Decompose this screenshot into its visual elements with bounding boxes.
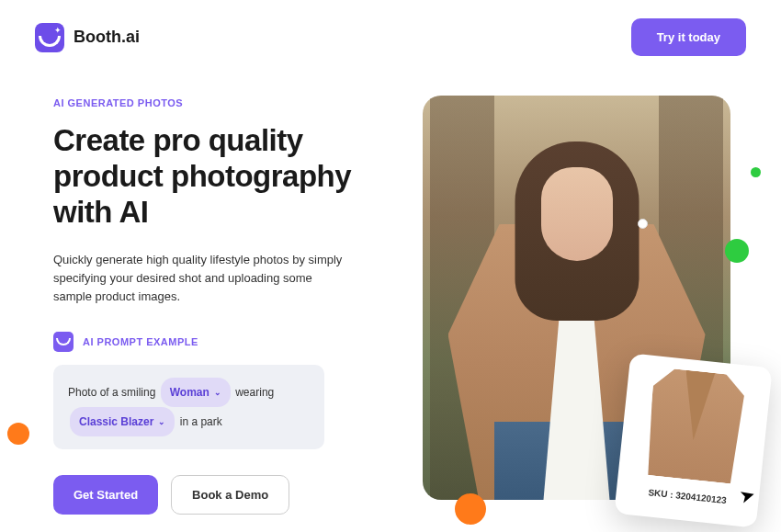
prompt-chip-woman[interactable]: Woman⌄ xyxy=(161,378,231,407)
prompt-example-label: AI PROMPT EXAMPLE xyxy=(53,332,375,352)
prompt-chip-blazer[interactable]: Classic Blazer⌄ xyxy=(70,407,175,436)
prompt-text-3: in a park xyxy=(180,415,222,428)
chevron-down-icon: ⌄ xyxy=(158,413,165,430)
prompt-icon xyxy=(53,332,74,352)
product-thumbnail xyxy=(628,366,760,492)
prompt-box: Photo of a smiling Woman⌄ wearing Classi… xyxy=(53,365,324,449)
decorative-dot xyxy=(751,167,761,177)
prompt-text-2: wearing xyxy=(235,386,274,399)
prompt-text-1: Photo of a smiling xyxy=(68,386,155,399)
subheadline: Quickly generate high quality lifestyle … xyxy=(53,251,347,306)
logo-icon: ✦ xyxy=(35,23,64,52)
decorative-dot xyxy=(7,423,29,445)
decorative-dot xyxy=(725,239,749,263)
logo[interactable]: ✦ Booth.ai xyxy=(35,23,140,52)
book-demo-button[interactable]: Book a Demo xyxy=(171,475,289,515)
try-today-button[interactable]: Try it today xyxy=(631,18,746,56)
prompt-label-text: AI PROMPT EXAMPLE xyxy=(83,336,198,347)
eyebrow: AI GENERATED PHOTOS xyxy=(53,97,375,108)
headline: Create pro quality product photography w… xyxy=(53,123,375,231)
decorative-dot xyxy=(455,493,486,525)
brand-name: Booth.ai xyxy=(74,28,140,47)
chevron-down-icon: ⌄ xyxy=(214,384,221,401)
get-started-button[interactable]: Get Started xyxy=(53,475,158,515)
decorative-dot xyxy=(638,219,648,229)
